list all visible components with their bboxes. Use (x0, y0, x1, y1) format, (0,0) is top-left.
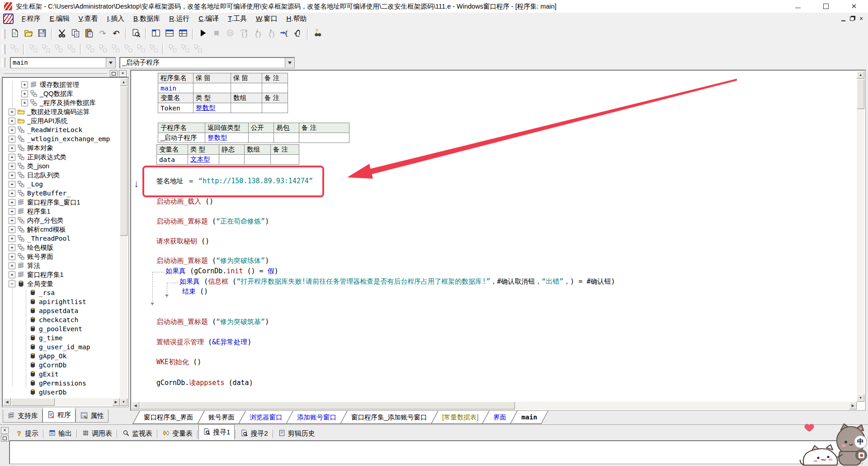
mdi-minimize-button[interactable] (839, 15, 847, 23)
tree-item-类_json[interactable]: +类_json (9, 162, 49, 171)
left-tab-属性[interactable]: 属性 (75, 409, 108, 423)
menu-item-4[interactable]: B.数据库 (129, 13, 165, 24)
bottom-tab-输出[interactable]: 输出 (44, 427, 76, 440)
bottom-tab-变量表[interactable]: 变量表 (158, 427, 197, 440)
open-file-button[interactable] (22, 28, 35, 40)
tree-item-_wtlogin_exchange_emp[interactable]: +_wtlogin_exchange_emp (9, 134, 110, 143)
left-tab-程序[interactable]: 程序 (42, 408, 75, 423)
tree-item-g_time[interactable]: g_time (21, 333, 62, 342)
tree-expander[interactable]: + (9, 244, 15, 251)
table-header-cell[interactable]: 易包 (274, 123, 299, 133)
table-cell[interactable] (245, 155, 271, 165)
table-header-cell[interactable]: 子程序名 (158, 123, 205, 133)
table-cell[interactable] (249, 133, 274, 143)
bottom-tab-调用表[interactable]: 调用表 (78, 427, 116, 440)
editor-tab-窗口程序集_添加账号窗口[interactable]: 窗口程序集_添加账号窗口 (340, 411, 438, 424)
scroll-left-button[interactable]: ◀ (3, 398, 11, 406)
table-header-cell[interactable]: 变量名 (157, 145, 188, 155)
tree-item-gApp_Ok[interactable]: gApp_Ok (21, 352, 66, 361)
subprogram-dropdown-button[interactable] (285, 58, 294, 67)
bottom-tab-搜寻2[interactable]: 搜寻2 (236, 427, 272, 440)
tree-expander[interactable]: + (9, 127, 15, 133)
tree-expander[interactable]: + (9, 208, 15, 215)
table-cell[interactable] (271, 155, 299, 165)
code-line-4[interactable]: 启动动画_置标题 (“修为突破练体”) (156, 257, 269, 265)
tree-item-解析cmd模板[interactable]: +解析cmd模板 (9, 225, 66, 234)
menu-item-1[interactable]: E.编辑 (45, 13, 74, 24)
editor-tab-浏览器窗口[interactable]: 浏览器窗口 (238, 411, 293, 424)
table-cell[interactable] (299, 133, 349, 143)
tree-hscroll-thumb[interactable] (11, 398, 55, 406)
tree-item-窗口程序集_窗口1[interactable]: +窗口程序集_窗口1 (9, 198, 80, 207)
toolbar-grip[interactable] (2, 57, 5, 67)
panel-grip[interactable] (4, 71, 107, 74)
tree-item-缓存数据管理[interactable]: +缓存数据管理 (21, 80, 79, 89)
code-line-3[interactable]: 请求获取秘钥 () (156, 237, 209, 246)
table-header-cell[interactable]: 备 注 (262, 93, 288, 103)
table-cell[interactable]: 整数型 (193, 103, 231, 113)
tree-expander[interactable]: + (9, 271, 15, 278)
table-cell[interactable] (219, 155, 245, 165)
tree-expander[interactable]: + (9, 235, 15, 242)
editor-tab-添加账号窗口[interactable]: 添加账号窗口 (286, 411, 347, 424)
layout-grid-button[interactable] (176, 28, 190, 40)
maximize-button[interactable] (812, 0, 840, 13)
tree-item-日志队列类[interactable]: +日志队列类 (9, 171, 60, 180)
tree-expander[interactable]: + (9, 190, 15, 197)
tree-item-appsetdata[interactable]: appsetdata (21, 306, 78, 315)
output-panel-float-button[interactable] (1, 435, 9, 442)
code-line-2[interactable]: 启动动画_置标题 (“正在苟命修炼”) (156, 217, 269, 226)
code-line-6[interactable]: 如果真 (信息框 (“打开程序数据库失败!请前往任务管理器检查是否有后台程序占用… (179, 277, 615, 286)
tree-expander[interactable]: + (9, 109, 15, 115)
assembly-combobox[interactable]: main (10, 57, 116, 68)
bottom-tab-搜寻1[interactable]: 搜寻1 (198, 424, 235, 440)
editor-vscrollbar[interactable]: ▲ ▼ (857, 71, 864, 402)
tree-expander[interactable]: + (9, 136, 15, 143)
tree-item-_ThreadPool[interactable]: +_ThreadPool (9, 234, 71, 243)
table-header-cell[interactable]: 保 留 (193, 73, 231, 83)
scroll-right-button[interactable]: ▶ (849, 402, 857, 409)
bottom-tab-剪辑历史[interactable]: 剪辑历史 (274, 427, 319, 440)
tree-expander[interactable]: + (21, 90, 28, 97)
tree-expander[interactable]: + (9, 154, 15, 161)
table-header-cell[interactable]: 变量名 (158, 93, 193, 103)
tree-vscroll-thumb[interactable] (120, 86, 127, 236)
table-header-cell[interactable]: 备 注 (262, 73, 288, 83)
paste-button[interactable] (82, 28, 96, 40)
editor-hscrollbar[interactable]: ◀ ▶ (132, 402, 857, 409)
run-to-cursor-button[interactable]: {} (278, 28, 291, 40)
table-header-cell[interactable]: 类 型 (193, 93, 231, 103)
minimize-button[interactable] (784, 0, 812, 13)
tree-item-_应用API系统[interactable]: +_应用API系统 (9, 116, 67, 125)
scroll-right-button[interactable]: ▶ (112, 398, 120, 406)
table-header-cell[interactable]: 数组 (231, 93, 262, 103)
tree-item-内存_分包类[interactable]: +内存_分包类 (9, 216, 64, 225)
layout-vertical-button[interactable] (149, 28, 163, 40)
code-line-9[interactable]: 置错误提示管理 (&E异常处理) (156, 338, 251, 347)
tree-item-脚本对象[interactable]: +脚本对象 (9, 143, 53, 152)
tree-item-算法[interactable]: +算法 (9, 261, 40, 270)
pause-hand-button[interactable] (291, 28, 305, 40)
tree-hscrollbar[interactable]: ◀ ▶ (3, 398, 120, 406)
tree-expander[interactable]: + (21, 81, 28, 88)
menu-item-5[interactable]: R.运行 (165, 13, 194, 24)
bottom-tab-监视表[interactable]: 监视表 (118, 427, 156, 440)
table-header-cell[interactable]: 保 留 (231, 73, 262, 83)
editor-vscroll-thumb[interactable] (857, 79, 864, 109)
run-button[interactable] (196, 28, 210, 40)
table-cell[interactable] (231, 83, 262, 93)
new-doc-button[interactable] (8, 28, 22, 40)
menu-item-0[interactable]: F.程序 (17, 13, 45, 24)
tree-item-窗口程序集1[interactable]: +窗口程序集1 (9, 270, 64, 279)
scroll-down-button[interactable]: ▼ (857, 394, 864, 402)
tree-item-ByteBuffer_[interactable]: +ByteBuffer_ (9, 189, 71, 198)
code-line-5[interactable]: 如果真 (gCornDb.init () = 假) (165, 267, 278, 276)
tree-expander[interactable]: − (9, 281, 15, 287)
table-cell[interactable]: 文本型 (188, 155, 219, 165)
table-cell[interactable]: Token (158, 103, 193, 113)
table-cell[interactable]: 整数型 (205, 133, 249, 143)
tree-expander[interactable]: + (9, 172, 15, 179)
table-header-cell[interactable]: 类 型 (188, 145, 219, 155)
left-tab-支持库[interactable]: 支持库 (3, 409, 42, 423)
layout-horizontal-button[interactable] (163, 28, 176, 40)
